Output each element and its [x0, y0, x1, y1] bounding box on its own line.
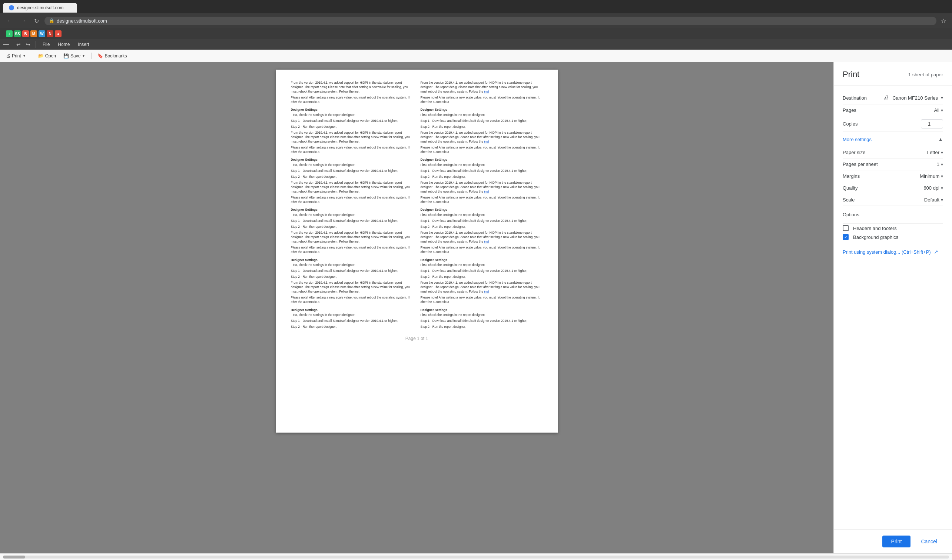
doc-step-13: Step 1 - Download and install Stimulsoft… — [291, 319, 413, 323]
doc-link-3[interactable]: inst — [484, 190, 489, 193]
doc-rstep-14: Step 2 - Run the report designer; — [420, 325, 543, 329]
more-settings-toggle[interactable]: More settings ▲ — [843, 132, 943, 147]
doc-rstep-5: Step 2 - Run the report designer; — [420, 175, 543, 179]
doc-section-title-4: Designer Settings — [291, 258, 413, 262]
open-button[interactable]: 📂 Open — [35, 52, 59, 60]
doc-section-4: Designer Settings First, check the setti… — [291, 208, 413, 254]
doc-text-3: From the version 2019.4.1, we added supp… — [291, 131, 413, 144]
main-container: From the version 2019.4.1, we added supp… — [0, 62, 952, 553]
pages-per-sheet-select[interactable]: 1 ▾ — [937, 162, 943, 167]
ext-icon-m[interactable]: M — [30, 30, 37, 37]
background-graphics-label: Background graphics — [853, 234, 898, 240]
headers-footers-checkbox[interactable] — [843, 225, 848, 231]
preview-area[interactable]: From the version 2019.4.1, we added supp… — [0, 62, 833, 553]
scale-label: Scale — [843, 197, 855, 203]
quality-row: Quality 600 dpi ▾ — [843, 182, 943, 194]
scale-select[interactable]: Default ▾ — [924, 197, 943, 203]
open-label: Open — [45, 53, 56, 59]
scale-arrow: ▾ — [941, 197, 943, 203]
address-bar-container[interactable]: 🔒 designer.stimulsoft.com — [45, 17, 937, 25]
pages-per-sheet-arrow: ▾ — [941, 162, 943, 167]
doc-step-9: First, check the settings in the report … — [291, 263, 413, 267]
cancel-button[interactable]: Cancel — [915, 535, 943, 548]
print-panel-subtitle: 1 sheet of paper — [908, 72, 943, 77]
doc-link-5[interactable]: inst — [484, 290, 489, 293]
doc-rstep-7: Step 1 - Download and install Stimulsoft… — [420, 219, 543, 223]
doc-section-r2: Designer Settings First, check the setti… — [420, 108, 543, 154]
print-button[interactable]: 🖨 Print ▾ — [3, 52, 29, 60]
destination-row: Destination 🖨 Canon MF210 Series ▾ — [843, 91, 943, 105]
paper-size-select[interactable]: Letter ▾ — [927, 150, 943, 155]
margins-arrow: ▾ — [941, 174, 943, 179]
back-button[interactable]: ← — [5, 15, 15, 26]
doc-step-12: First, check the settings in the report … — [291, 313, 413, 318]
doc-rstep-11: Step 2 - Run the report designer; — [420, 275, 543, 279]
save-button[interactable]: 💾 Save ▾ — [60, 52, 88, 60]
doc-rstep-9: First, check the settings in the report … — [420, 263, 543, 267]
menu-insert[interactable]: Insert — [74, 40, 93, 48]
ext-icon-r[interactable]: ● — [55, 30, 62, 37]
menu-file[interactable]: File — [39, 40, 53, 48]
pages-select[interactable]: All ▾ — [934, 107, 943, 113]
doc-text-1: From the version 2019.4.1, we added supp… — [291, 81, 413, 94]
save-label: Save — [70, 53, 80, 59]
print-panel-footer: Print Cancel — [834, 529, 952, 553]
undo-button[interactable]: ↩ — [14, 40, 23, 49]
doc-rtext-2: Please note! After setting a new scale v… — [420, 96, 543, 105]
background-graphics-option[interactable]: ✓ Background graphics — [843, 233, 943, 241]
external-link-icon: ↗ — [934, 249, 938, 255]
ext-icon-b[interactable]: B — [22, 30, 29, 37]
ext-icon-ss[interactable]: SS — [14, 30, 21, 37]
background-graphics-checkbox-box[interactable]: ✓ — [843, 234, 848, 240]
scrollbar-thumb[interactable] — [3, 555, 25, 558]
horizontal-scrollbar[interactable] — [3, 555, 949, 558]
printer-icon: 🖨 — [884, 94, 889, 101]
copies-row: Copies — [843, 116, 943, 132]
print-system-dialog-link[interactable]: Print using system dialog... (Ctrl+Shift… — [843, 244, 943, 259]
active-tab[interactable]: designer.stimulsoft.com — [3, 3, 77, 12]
doc-step-3: First, check the settings in the report … — [291, 163, 413, 167]
save-dropdown-arrow[interactable]: ▾ — [82, 53, 85, 59]
open-icon: 📂 — [38, 53, 44, 59]
headers-footers-checkbox-box[interactable] — [843, 225, 848, 231]
doc-section-r4: Designer Settings First, check the setti… — [420, 208, 543, 254]
doc-step-5: Step 2 - Run the report designer; — [291, 175, 413, 179]
address-text: designer.stimulsoft.com — [57, 18, 107, 24]
options-header-row: Options — [843, 209, 943, 224]
doc-rstep-6: First, check the settings in the report … — [420, 213, 543, 218]
doc-link-4[interactable]: inst — [484, 240, 489, 243]
toolbar-sep-1 — [32, 52, 32, 59]
doc-link-1[interactable]: inst — [484, 89, 489, 93]
ext-icon-w[interactable]: W — [39, 30, 45, 37]
secondary-toolbar: 🖨 Print ▾ 📂 Open 💾 Save ▾ 🔖 Bookmarks — [0, 49, 952, 62]
menu-home[interactable]: Home — [54, 40, 73, 48]
margins-select[interactable]: Minimum ▾ — [920, 173, 943, 179]
redo-button[interactable]: ↪ — [24, 40, 32, 49]
print-button-main[interactable]: Print — [882, 535, 911, 548]
quality-select[interactable]: 600 dpi ▾ — [923, 185, 943, 191]
doc-rtext-1: From the version 2019.4.1, we added supp… — [420, 81, 543, 94]
print-label: Print — [12, 53, 21, 59]
ext-icon-plus[interactable]: + — [6, 30, 12, 37]
copies-input[interactable] — [921, 119, 943, 128]
destination-select[interactable]: 🖨 Canon MF210 Series ▾ — [884, 94, 943, 101]
options-section: Options Headers and footers ✓ Background… — [843, 206, 943, 244]
print-system-text: Print using system dialog... (Ctrl+Shift… — [843, 249, 931, 255]
doc-rtext-4: Please note! After setting a new scale v… — [420, 145, 543, 154]
bookmark-star-button[interactable]: ☆ — [940, 16, 947, 26]
print-dropdown-arrow[interactable]: ▾ — [23, 53, 26, 59]
forward-button[interactable]: → — [18, 15, 28, 26]
doc-section-r3: Designer Settings First, check the setti… — [420, 158, 543, 204]
bottom-bar — [0, 553, 952, 560]
ext-icon-n[interactable]: N — [47, 30, 53, 37]
bookmarks-button[interactable]: 🔖 Bookmarks — [94, 52, 130, 60]
doc-step-10: Step 1 - Download and install Stimulsoft… — [291, 269, 413, 273]
doc-link-2[interactable]: inst — [484, 140, 489, 143]
nav-bar: ← → ↻ 🔒 designer.stimulsoft.com ☆ — [0, 13, 952, 28]
doc-rtext-8: Please note! After setting a new scale v… — [420, 245, 543, 255]
options-title: Options — [843, 212, 859, 218]
paper-size-arrow: ▾ — [941, 150, 943, 155]
reload-button[interactable]: ↻ — [31, 15, 42, 26]
headers-footers-option[interactable]: Headers and footers — [843, 224, 943, 233]
background-graphics-checkbox[interactable]: ✓ — [843, 234, 848, 240]
